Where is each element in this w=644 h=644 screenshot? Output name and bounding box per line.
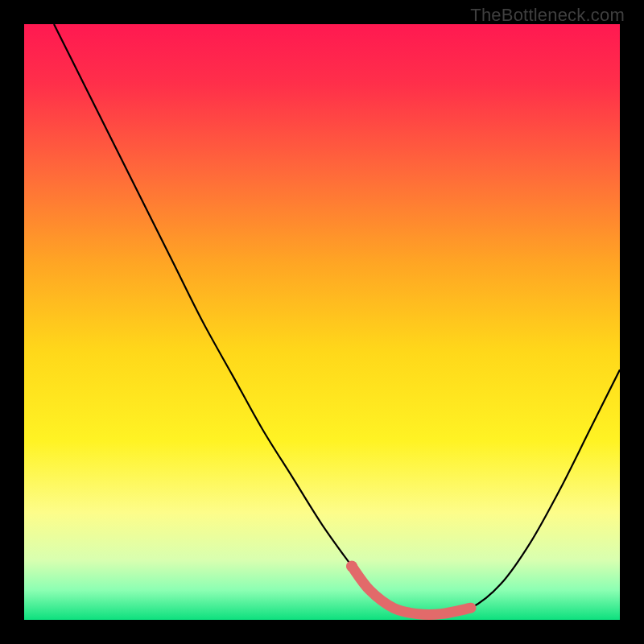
plot-area <box>24 24 620 620</box>
optimal-start-dot <box>346 560 357 572</box>
bottleneck-curve <box>54 24 620 615</box>
optimal-range-highlight <box>352 566 471 614</box>
curve-layer <box>24 24 620 620</box>
chart-stage: TheBottleneck.com <box>0 0 644 644</box>
watermark-text: TheBottleneck.com <box>470 5 625 26</box>
